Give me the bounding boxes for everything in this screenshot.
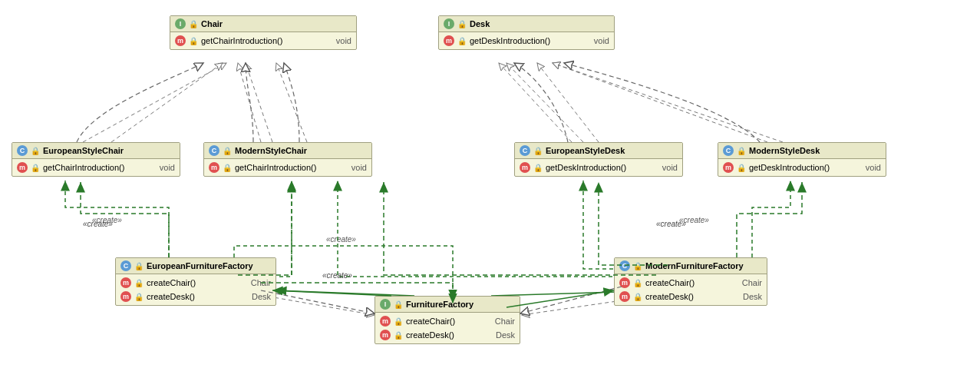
modern-furniture-factory-box: C 🔒 ModernFurnitureFactory m 🔒 createCha… [614, 257, 767, 306]
chair-method-row: m 🔒 getChairIntroduction() void [170, 34, 356, 48]
method-name: createDesk() [147, 292, 249, 301]
european-style-chair-box: C 🔒 EuropeanStyleChair m 🔒 getChairIntro… [12, 142, 180, 177]
return-type: void [351, 163, 367, 172]
method-row: m 🔒 getDeskIntroduction() void [718, 161, 886, 174]
method-row-1: m 🔒 createChair() Chair [615, 276, 767, 290]
desk-method-row: m 🔒 getDeskIntroduction() void [439, 34, 614, 48]
european-furniture-factory-body: m 🔒 createChair() Chair m 🔒 createDesk()… [116, 274, 276, 305]
european-style-chair-body: m 🔒 getChairIntroduction() void [12, 159, 180, 176]
method-name: getChairIntroduction() [235, 163, 348, 172]
svg-line-4 [537, 63, 599, 142]
method-row-1: m 🔒 createChair() Chair [375, 314, 520, 328]
svg-line-5 [553, 63, 783, 142]
chair-header: I 🔒 Chair [170, 16, 356, 32]
method-badge: m [380, 316, 391, 327]
svg-text:«create»: «create» [83, 220, 113, 228]
method-row: m 🔒 getDeskIntroduction() void [515, 161, 682, 174]
method-badge: m [723, 162, 734, 173]
method-badge: m [444, 35, 454, 46]
european-furniture-factory-header: C 🔒 EuropeanFurnitureFactory [116, 258, 276, 274]
interface-badge: I [444, 18, 454, 29]
method-name: createDesk() [645, 292, 740, 301]
modern-furniture-factory-header: C 🔒 ModernFurnitureFactory [615, 258, 767, 274]
method-badge: m [175, 35, 186, 46]
return-type: void [866, 163, 881, 172]
return-type: void [336, 36, 351, 45]
method-badge: m [520, 162, 530, 173]
european-furniture-factory-title: EuropeanFurnitureFactory [147, 261, 253, 270]
modern-furniture-factory-body: m 🔒 createChair() Chair m 🔒 createDesk()… [615, 274, 767, 305]
return-type: Desk [743, 292, 762, 301]
svg-text:«create»: «create» [656, 220, 686, 228]
method-badge: m [209, 162, 219, 173]
method-row-2: m 🔒 createDesk() Desk [375, 328, 520, 342]
chair-class-box: I 🔒 Chair m 🔒 getChairIntroduction() voi… [170, 15, 357, 50]
european-style-chair-header: C 🔒 EuropeanStyleChair [12, 143, 180, 159]
diagram-container: «create» «create» «create» [0, 0, 980, 388]
modern-style-desk-header: C 🔒 ModernStyleDesk [718, 143, 886, 159]
svg-text:«create»: «create» [326, 235, 356, 244]
method-name: createDesk() [406, 330, 493, 340]
modern-style-chair-box: C 🔒 ModernStyleChair m 🔒 getChairIntrodu… [203, 142, 372, 177]
furniture-factory-title: FurnitureFactory [406, 300, 474, 309]
modern-style-desk-box: C 🔒 ModernStyleDesk m 🔒 getDeskIntroduct… [718, 142, 886, 177]
european-style-desk-box: C 🔒 EuropeanStyleDesk m 🔒 getDeskIntrodu… [514, 142, 683, 177]
furniture-factory-header: I 🔒 FurnitureFactory [375, 297, 520, 313]
chair-body: m 🔒 getChairIntroduction() void [170, 32, 356, 49]
method-name: getDeskIntroduction() [470, 36, 591, 45]
method-badge: m [619, 277, 630, 288]
method-row-2: m 🔒 createDesk() Desk [615, 290, 767, 303]
class-badge: C [619, 260, 630, 271]
svg-line-1 [246, 63, 272, 142]
return-type: Desk [496, 330, 515, 340]
method-row-2: m 🔒 createDesk() Desk [116, 290, 276, 303]
european-style-chair-title: EuropeanStyleChair [43, 146, 124, 155]
method-row-1: m 🔒 createChair() Chair [116, 276, 276, 290]
method-name: createChair() [147, 278, 248, 287]
method-badge: m [380, 330, 391, 340]
return-type: void [160, 163, 175, 172]
furniture-factory-box: I 🔒 FurnitureFactory m 🔒 createChair() C… [375, 296, 520, 344]
desk-class-box: I 🔒 Desk m 🔒 getDeskIntroduction() void [438, 15, 615, 50]
interface-badge: I [380, 299, 391, 310]
method-name: getDeskIntroduction() [546, 163, 659, 172]
svg-text:«create»: «create» [92, 216, 122, 224]
class-badge: C [120, 260, 131, 271]
european-furniture-factory-box: C 🔒 EuropeanFurnitureFactory m 🔒 createC… [115, 257, 276, 306]
class-badge: C [520, 145, 530, 156]
method-name: getDeskIntroduction() [749, 163, 863, 172]
svg-text:«create»: «create» [679, 216, 709, 224]
modern-style-chair-title: ModernStyleChair [235, 146, 307, 155]
svg-line-3 [506, 63, 583, 142]
class-badge: C [723, 145, 734, 156]
modern-furniture-factory-title: ModernFurnitureFactory [645, 261, 744, 270]
modern-style-desk-body: m 🔒 getDeskIntroduction() void [718, 159, 886, 176]
interface-badge: I [175, 18, 186, 29]
method-badge: m [619, 291, 630, 302]
method-name: createChair() [645, 278, 739, 287]
svg-text:«create»: «create» [322, 271, 352, 280]
desk-header: I 🔒 Desk [439, 16, 614, 32]
method-name: getChairIntroduction() [201, 36, 333, 45]
class-badge: C [209, 145, 219, 156]
desk-title: Desk [470, 19, 490, 28]
return-type: void [662, 163, 678, 172]
chair-title: Chair [201, 19, 223, 28]
return-type: Chair [742, 278, 762, 287]
modern-style-desk-title: ModernStyleDesk [749, 146, 820, 155]
return-type: Chair [251, 278, 271, 287]
european-style-desk-header: C 🔒 EuropeanStyleDesk [515, 143, 682, 159]
furniture-factory-body: m 🔒 createChair() Chair m 🔒 createDesk()… [375, 313, 520, 343]
method-badge: m [17, 162, 28, 173]
european-style-desk-body: m 🔒 getDeskIntroduction() void [515, 159, 682, 176]
method-badge: m [120, 291, 131, 302]
return-type: Desk [252, 292, 271, 301]
svg-line-0 [83, 63, 226, 142]
method-row: m 🔒 getChairIntroduction() void [204, 161, 371, 174]
european-style-desk-title: EuropeanStyleDesk [546, 146, 625, 155]
class-badge: C [17, 145, 28, 156]
method-name: getChairIntroduction() [43, 163, 157, 172]
svg-line-2 [276, 63, 307, 142]
desk-body: m 🔒 getDeskIntroduction() void [439, 32, 614, 49]
method-badge: m [120, 277, 131, 288]
